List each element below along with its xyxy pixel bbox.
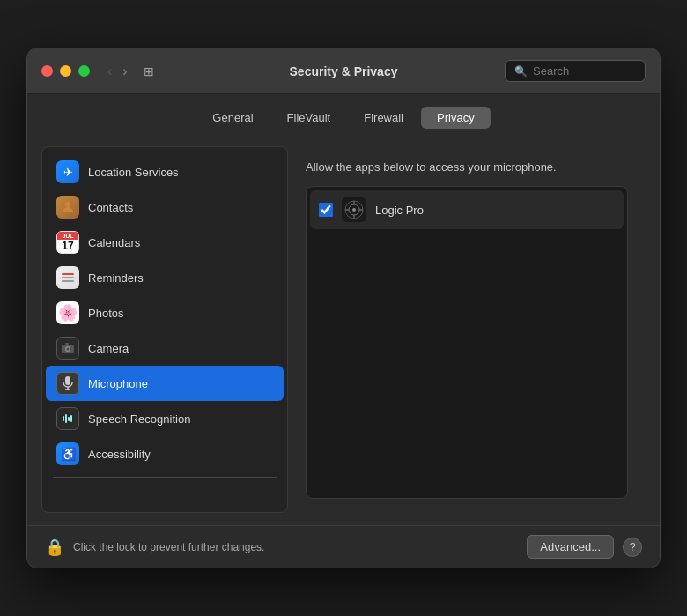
sidebar-item-accessibility[interactable]: ♿ Accessibility xyxy=(46,436,284,471)
sidebar-item-camera[interactable]: Camera xyxy=(46,330,284,366)
tab-filevault[interactable]: FileVault xyxy=(271,107,347,129)
sidebar-item-label: Contacts xyxy=(88,201,133,214)
panel-description: Allow the apps below to access your micr… xyxy=(306,160,628,174)
sidebar-item-label: Location Services xyxy=(88,166,179,179)
svg-point-15 xyxy=(352,208,356,212)
sidebar-item-label: Microphone xyxy=(88,377,148,390)
grid-icon[interactable]: ⊞ xyxy=(144,64,154,78)
svg-point-0 xyxy=(65,202,70,207)
tab-general[interactable]: General xyxy=(196,107,269,129)
speech-recognition-icon xyxy=(56,407,79,430)
svg-rect-10 xyxy=(68,417,70,421)
microphone-icon xyxy=(56,372,79,395)
back-arrow-icon[interactable]: ‹ xyxy=(104,62,115,81)
camera-icon xyxy=(56,337,79,360)
help-button[interactable]: ? xyxy=(623,538,642,557)
sidebar-item-photos[interactable]: 🌸 Photos xyxy=(46,295,284,330)
accessibility-icon: ♿ xyxy=(56,442,79,465)
sidebar-item-label: Camera xyxy=(88,342,129,355)
reminders-icon xyxy=(56,266,79,289)
content-area: ✈ Location Services Contacts JUL 17 xyxy=(27,137,660,525)
nav-arrows: ‹ › xyxy=(104,62,131,81)
right-panel: Allow the apps below to access your micr… xyxy=(288,146,646,513)
search-input[interactable] xyxy=(533,64,636,78)
sidebar: ✈ Location Services Contacts JUL 17 xyxy=(41,146,288,513)
titlebar: ‹ › ⊞ Security & Privacy 🔍 xyxy=(27,48,660,94)
main-window: ‹ › ⊞ Security & Privacy 🔍 General FileV… xyxy=(26,48,661,568)
lock-text: Click the lock to prevent further change… xyxy=(73,541,518,553)
calendars-icon: JUL 17 xyxy=(56,231,79,254)
app-name-logic-pro: Logic Pro xyxy=(375,204,424,217)
sidebar-item-label: Speech Recognition xyxy=(88,412,190,426)
traffic-lights xyxy=(41,65,90,77)
svg-point-3 xyxy=(67,348,70,351)
app-item-logic-pro: Logic Pro xyxy=(310,190,624,229)
app-icon-logic-pro xyxy=(342,197,366,222)
svg-rect-4 xyxy=(65,343,69,345)
sidebar-item-label: Calendars xyxy=(88,236,140,249)
sidebar-divider xyxy=(53,477,277,478)
svg-rect-8 xyxy=(63,416,64,421)
sidebar-item-contacts[interactable]: Contacts xyxy=(46,189,284,225)
search-box[interactable]: 🔍 xyxy=(505,60,646,82)
svg-rect-11 xyxy=(70,415,72,422)
maximize-button[interactable] xyxy=(78,65,90,77)
tab-privacy[interactable]: Privacy xyxy=(421,107,491,129)
sidebar-item-label: Reminders xyxy=(88,271,144,285)
app-checkbox-logic-pro[interactable] xyxy=(319,203,333,217)
photos-icon: 🌸 xyxy=(56,301,79,324)
lock-icon[interactable]: 🔒 xyxy=(45,538,64,557)
tabs-bar: General FileVault Firewall Privacy xyxy=(27,94,660,137)
minimize-button[interactable] xyxy=(60,65,71,77)
contacts-icon xyxy=(56,196,79,219)
sidebar-item-reminders[interactable]: Reminders xyxy=(46,260,284,295)
sidebar-item-label: Photos xyxy=(88,307,123,320)
sidebar-item-speech-recognition[interactable]: Speech Recognition xyxy=(46,401,284,436)
close-button[interactable] xyxy=(41,65,53,77)
forward-arrow-icon[interactable]: › xyxy=(119,62,130,81)
advanced-button[interactable]: Advanced... xyxy=(527,535,614,559)
sidebar-item-location-services[interactable]: ✈ Location Services xyxy=(46,154,284,189)
sidebar-item-calendars[interactable]: JUL 17 Calendars xyxy=(46,225,284,260)
bottom-bar: 🔒 Click the lock to prevent further chan… xyxy=(27,525,660,568)
window-title: Security & Privacy xyxy=(290,64,398,78)
location-services-icon: ✈ xyxy=(56,160,79,183)
apps-list: Logic Pro xyxy=(306,186,628,499)
search-icon: 🔍 xyxy=(514,65,528,78)
sidebar-item-label: Accessibility xyxy=(88,448,151,461)
svg-rect-5 xyxy=(65,376,70,385)
tab-firewall[interactable]: Firewall xyxy=(348,107,419,129)
svg-rect-9 xyxy=(65,414,67,423)
sidebar-item-microphone[interactable]: Microphone xyxy=(46,366,284,401)
